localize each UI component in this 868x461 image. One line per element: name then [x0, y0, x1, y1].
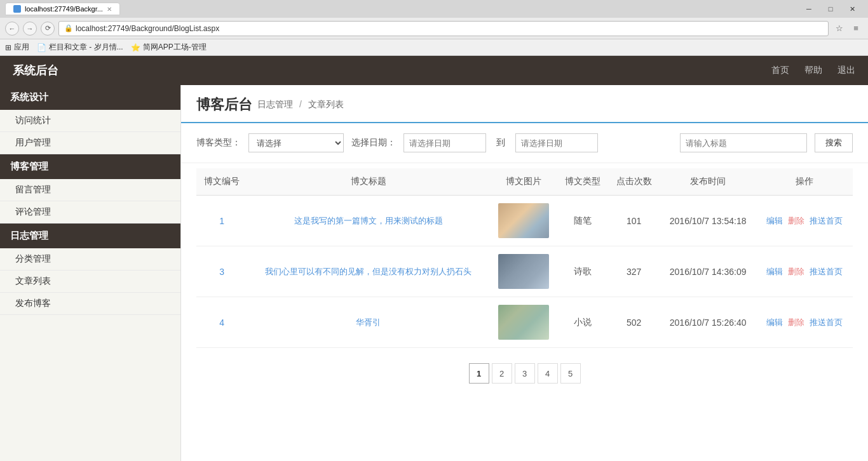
date-filter-label: 选择日期：	[351, 137, 396, 149]
type-filter-select[interactable]: 请选择	[248, 133, 344, 152]
address-bar[interactable]: 🔒 localhost:27749/Background/BlogList.as…	[58, 21, 829, 36]
date-from-input[interactable]	[403, 133, 486, 152]
page-button-2[interactable]: 2	[492, 363, 512, 384]
cell-title: 这是我写的第一篇博文，用来测试的标题	[247, 196, 489, 246]
nav-link-logout[interactable]: 退出	[837, 65, 855, 76]
articles-table-wrap: 博文编号 博文标题 博文图片 博文类型 点击次数 发布时间 操作 1 这是我写的…	[181, 168, 868, 348]
table-row: 1 这是我写的第一篇博文，用来测试的标题 随笔 101 2016/10/7 13…	[196, 196, 853, 246]
cell-type: 诗歌	[557, 246, 608, 297]
cell-id: 3	[196, 246, 247, 297]
bookmark-label-jianwang: 简网APP工场-管理	[143, 42, 207, 53]
col-id: 博文编号	[196, 168, 247, 196]
cell-type: 随笔	[557, 196, 608, 246]
push-home-link[interactable]: 推送首页	[810, 317, 843, 327]
cell-time: 2016/10/7 14:36:09	[660, 246, 757, 297]
cell-id: 4	[196, 297, 247, 348]
cell-actions: 编辑 删除 推送首页	[756, 246, 853, 297]
minimize-button[interactable]: ─	[798, 0, 820, 18]
cell-clicks: 327	[608, 246, 659, 297]
tab-favicon	[13, 5, 21, 13]
sidebar-item-messages[interactable]: 留言管理	[0, 179, 180, 201]
col-clicks: 点击次数	[608, 168, 659, 196]
bookmark-jianwang[interactable]: ⭐ 简网APP工场-管理	[131, 42, 207, 53]
page-title: 博客后台	[196, 95, 252, 114]
cell-image	[489, 297, 557, 348]
browser-tab[interactable]: localhost:27749/Backgr... ✕	[5, 3, 120, 15]
refresh-button[interactable]: ⟳	[41, 22, 55, 36]
sidebar-item-comments[interactable]: 评论管理	[0, 201, 180, 224]
edit-link[interactable]: 编辑	[766, 216, 783, 225]
breadcrumb-sep: /	[299, 99, 302, 109]
sidebar-item-user-mgmt[interactable]: 用户管理	[0, 132, 180, 154]
address-text: localhost:27749/Background/BlogList.aspx	[76, 24, 219, 33]
browser-right-icons: ☆ ≡	[832, 22, 863, 36]
tab-title: localhost:27749/Backgr...	[25, 5, 103, 13]
sidebar: 系统设计 访问统计 用户管理 博客管理 留言管理 评论管理 日志管理 分类管理 …	[0, 85, 181, 461]
col-title: 博文标题	[247, 168, 489, 196]
cell-image	[489, 196, 557, 246]
post-thumbnail	[498, 254, 549, 289]
edit-link[interactable]: 编辑	[766, 267, 783, 276]
page-button-3[interactable]: 3	[515, 363, 535, 384]
date-to-input[interactable]	[515, 133, 598, 152]
breadcrumb: 日志管理 / 文章列表	[257, 99, 344, 110]
back-button[interactable]: ←	[5, 22, 19, 36]
sidebar-item-visit-stats[interactable]: 访问统计	[0, 110, 180, 132]
cell-type: 小说	[557, 297, 608, 348]
articles-table: 博文编号 博文标题 博文图片 博文类型 点击次数 发布时间 操作 1 这是我写的…	[196, 168, 853, 348]
bookmark-label-columns: 栏目和文章 - 岁月情...	[49, 42, 123, 53]
delete-link[interactable]: 删除	[788, 267, 804, 276]
cell-actions: 编辑 删除 推送首页	[756, 196, 853, 246]
maximize-button[interactable]: □	[820, 0, 841, 18]
table-row: 4 华胥引 小说 502 2016/10/7 15:26:40 编辑 删除 推送…	[196, 297, 853, 348]
site-brand: 系统后台	[13, 63, 58, 78]
page-header: 博客后台 日志管理 / 文章列表	[181, 85, 868, 123]
tab-close-icon[interactable]: ✕	[107, 6, 112, 13]
table-header-row: 博文编号 博文标题 博文图片 博文类型 点击次数 发布时间 操作	[196, 168, 853, 196]
title-filter-input[interactable]	[680, 133, 807, 152]
bookmark-star-icon[interactable]: ☆	[832, 22, 846, 36]
sidebar-item-publish[interactable]: 发布博客	[0, 293, 180, 315]
sidebar-header-blog: 博客管理	[0, 154, 180, 179]
col-image: 博文图片	[489, 168, 557, 196]
bookmark-apps[interactable]: ⊞ 应用	[5, 42, 29, 53]
page-layout: 系统设计 访问统计 用户管理 博客管理 留言管理 评论管理 日志管理 分类管理 …	[0, 85, 868, 461]
filter-area: 博客类型： 请选择 选择日期： 到 搜索	[181, 123, 868, 163]
delete-link[interactable]: 删除	[788, 216, 804, 225]
page-button-1[interactable]: 1	[469, 363, 489, 384]
bookmark-columns[interactable]: 📄 栏目和文章 - 岁月情...	[37, 42, 123, 53]
sidebar-item-categories[interactable]: 分类管理	[0, 248, 180, 271]
nav-link-help[interactable]: 帮助	[804, 65, 822, 76]
type-filter-label: 博客类型：	[196, 137, 241, 149]
bookmark-icon-2: ⭐	[131, 43, 140, 52]
close-button[interactable]: ✕	[841, 0, 863, 18]
breadcrumb-part1: 日志管理	[257, 99, 293, 109]
cell-actions: 编辑 删除 推送首页	[756, 297, 853, 348]
main-content: 博客后台 日志管理 / 文章列表 博客类型： 请选择 选择日期： 到 搜索	[181, 85, 868, 461]
col-actions: 操作	[756, 168, 853, 196]
browser-addressbar-row: ← → ⟳ 🔒 localhost:27749/Background/BlogL…	[0, 18, 868, 39]
pagination: 12345	[181, 348, 868, 399]
edit-link[interactable]: 编辑	[766, 317, 783, 327]
post-thumbnail	[498, 305, 549, 340]
sidebar-header-system: 系统设计	[0, 85, 180, 110]
sidebar-item-article-list[interactable]: 文章列表	[0, 271, 180, 293]
top-nav-links: 首页 帮助 退出	[771, 65, 855, 76]
page-button-5[interactable]: 5	[560, 363, 581, 384]
col-time: 发布时间	[660, 168, 757, 196]
bookmark-label-apps: 应用	[14, 42, 29, 53]
forward-button[interactable]: →	[23, 22, 37, 36]
push-home-link[interactable]: 推送首页	[810, 216, 843, 225]
menu-icon[interactable]: ≡	[849, 22, 863, 36]
delete-link[interactable]: 删除	[788, 317, 804, 327]
apps-icon: ⊞	[5, 43, 11, 52]
bookmarks-bar: ⊞ 应用 📄 栏目和文章 - 岁月情... ⭐ 简网APP工场-管理	[0, 39, 868, 56]
search-button[interactable]: 搜索	[815, 133, 853, 152]
push-home-link[interactable]: 推送首页	[810, 267, 843, 276]
page-button-4[interactable]: 4	[538, 363, 558, 384]
cell-time: 2016/10/7 13:54:18	[660, 196, 757, 246]
bookmark-icon-1: 📄	[37, 43, 46, 52]
post-thumbnail	[498, 203, 549, 238]
cell-image	[489, 246, 557, 297]
nav-link-home[interactable]: 首页	[771, 65, 789, 76]
